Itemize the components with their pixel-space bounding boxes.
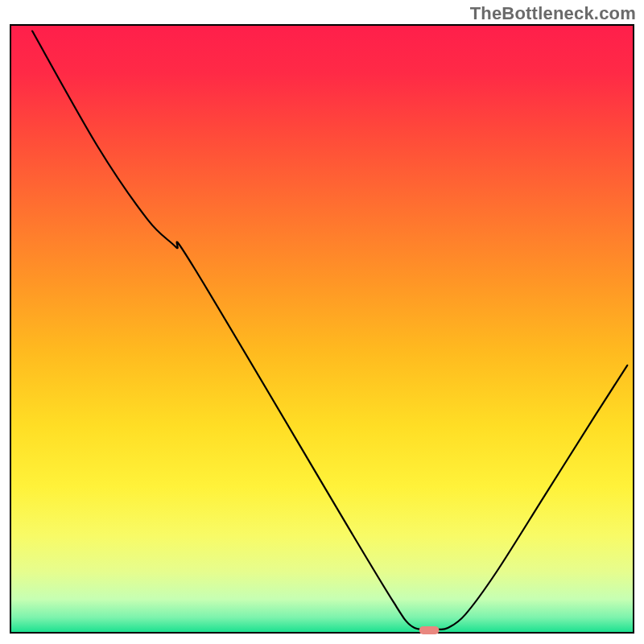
chart-container: TheBottleneck.com (0, 0, 644, 644)
plot-background (10, 25, 634, 633)
optimum-marker (419, 626, 440, 634)
bottleneck-chart (0, 0, 644, 644)
watermark-text: TheBottleneck.com (470, 3, 636, 24)
